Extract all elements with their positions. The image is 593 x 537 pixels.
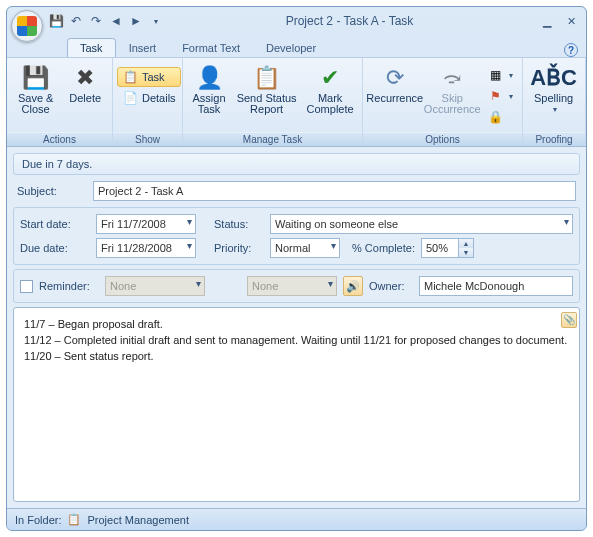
recurrence-button[interactable]: ⟳ Recurrence (367, 61, 423, 108)
tab-task[interactable]: Task (67, 38, 116, 57)
due-date-label: Due date: (20, 242, 90, 254)
qat-next-icon[interactable]: ► (129, 14, 143, 28)
complete-down[interactable]: ▼ (459, 248, 473, 257)
mark-complete-button[interactable]: ✔ Mark Complete (302, 61, 358, 118)
owner-label: Owner: (369, 280, 413, 292)
lock-icon: 🔒 (487, 109, 503, 125)
status-bar: In Folder: 📋 Project Management (7, 508, 586, 530)
assign-icon: 👤 (195, 64, 223, 92)
qat-prev-icon[interactable]: ◄ (109, 14, 123, 28)
reminder-time-input (247, 276, 337, 296)
reminder-checkbox[interactable] (20, 280, 33, 293)
notes-line: 11/20 – Sent status report. (24, 348, 569, 364)
office-logo-icon (17, 16, 37, 36)
group-actions-title: Actions (7, 132, 112, 146)
assign-task-button[interactable]: 👤 Assign Task (187, 61, 231, 118)
ribbon: 💾 Save & Close ✖ Delete Actions 📋 Task 📄… (7, 57, 586, 147)
notes-line: 11/7 – Began proposal draft. (24, 316, 569, 332)
notes-line: 11/12 – Completed initial draft and sent… (24, 332, 569, 348)
office-button[interactable] (11, 10, 43, 42)
qat-redo-icon[interactable]: ↷ (89, 14, 103, 28)
tab-insert[interactable]: Insert (116, 38, 170, 57)
quick-access-toolbar: 💾 ↶ ↷ ◄ ► ▾ (49, 14, 163, 28)
status-label: Status: (214, 218, 264, 230)
help-icon[interactable]: ? (564, 43, 578, 57)
info-bar: Due in 7 days. (13, 153, 580, 175)
qat-undo-icon[interactable]: ↶ (69, 14, 83, 28)
private-button[interactable]: 🔒 (482, 107, 518, 127)
tab-developer[interactable]: Developer (253, 38, 329, 57)
subject-input[interactable] (93, 181, 576, 201)
group-show-title: Show (113, 132, 182, 146)
tab-format-text[interactable]: Format Text (169, 38, 253, 57)
details-icon: 📄 (122, 90, 138, 106)
followup-button[interactable]: ⚑▾ (482, 86, 518, 106)
start-date-label: Start date: (20, 218, 90, 230)
in-folder-label: In Folder: (15, 514, 61, 526)
folder-icon: 📋 (67, 513, 81, 526)
group-options-title: Options (363, 132, 522, 146)
priority-label: Priority: (214, 242, 264, 254)
reminder-date-input (105, 276, 205, 296)
folder-name: Project Management (87, 514, 189, 526)
save-close-button[interactable]: 💾 Save & Close (11, 61, 60, 118)
categorize-icon: ▦ (487, 67, 503, 83)
qat-customize-icon[interactable]: ▾ (149, 14, 163, 28)
flag-icon: ⚑ (487, 88, 503, 104)
speaker-icon: 🔊 (346, 280, 360, 293)
recurrence-icon: ⟳ (381, 64, 409, 92)
skip-icon: ⤼ (438, 64, 466, 92)
minimize-button[interactable]: ▁ (536, 13, 558, 29)
save-icon: 💾 (22, 64, 50, 92)
notes-options-icon[interactable]: 📎 (561, 312, 577, 328)
skip-occurrence-button[interactable]: ⤼ Skip Occurrence (425, 61, 481, 118)
subject-label: Subject: (17, 185, 87, 197)
close-button[interactable]: ✕ (560, 13, 582, 29)
window-title: Project 2 - Task A - Task (163, 14, 536, 28)
check-icon: ✔ (316, 64, 344, 92)
reminder-sound-button[interactable]: 🔊 (343, 276, 363, 296)
qat-save-icon[interactable]: 💾 (49, 14, 63, 28)
complete-input[interactable] (421, 238, 459, 258)
title-bar: 💾 ↶ ↷ ◄ ► ▾ Project 2 - Task A - Task ▁ … (7, 7, 586, 35)
status-select[interactable] (270, 214, 573, 234)
complete-up[interactable]: ▲ (459, 239, 473, 248)
reminder-label: Reminder: (39, 280, 99, 292)
owner-input[interactable] (419, 276, 573, 296)
show-task-button[interactable]: 📋 Task (117, 67, 181, 87)
complete-label: % Complete: (352, 242, 415, 254)
send-status-button[interactable]: 📋 Send Status Report (233, 61, 300, 118)
start-date-input[interactable] (96, 214, 196, 234)
delete-button[interactable]: ✖ Delete (62, 61, 108, 107)
report-icon: 📋 (253, 64, 281, 92)
group-manage-title: Manage Task (183, 132, 362, 146)
task-window: 💾 ↶ ↷ ◄ ► ▾ Project 2 - Task A - Task ▁ … (6, 6, 587, 531)
due-date-input[interactable] (96, 238, 196, 258)
notes-area[interactable]: 📎 11/7 – Began proposal draft. 11/12 – C… (13, 307, 580, 502)
task-icon: 📋 (122, 69, 138, 85)
group-proofing-title: Proofing (523, 132, 585, 146)
spelling-button[interactable]: AB̌C Spelling ▾ (527, 61, 580, 117)
show-details-button[interactable]: 📄 Details (117, 88, 181, 108)
spelling-icon: AB̌C (540, 64, 568, 92)
form-body: Due in 7 days. Subject: Start date: Stat… (7, 147, 586, 508)
priority-select[interactable] (270, 238, 340, 258)
delete-x-icon: ✖ (71, 64, 99, 92)
categorize-button[interactable]: ▦▾ (482, 65, 518, 85)
ribbon-tabs: Task Insert Format Text Developer ? (7, 35, 586, 57)
